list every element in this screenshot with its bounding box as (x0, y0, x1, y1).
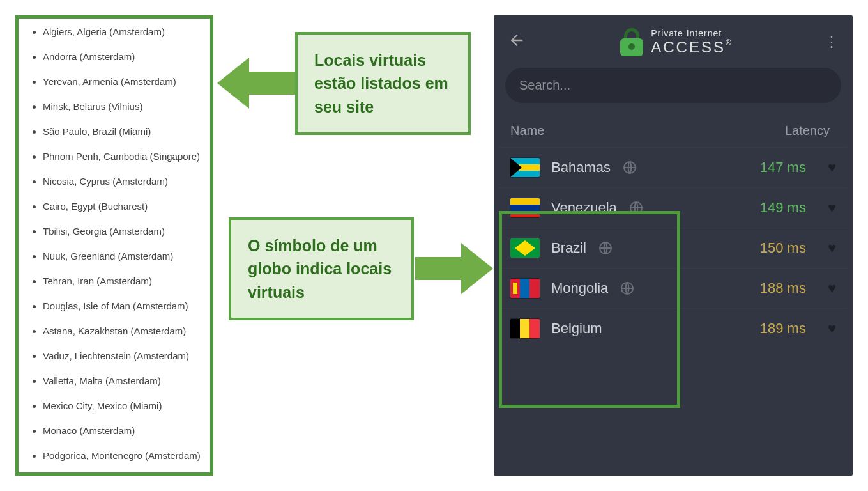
flag-bahamas-icon (510, 158, 540, 177)
list-item: Phnom Penh, Cambodia (Singapore) (43, 150, 202, 163)
list-item: Nuuk, Greenland (Amsterdam) (43, 249, 202, 263)
back-button[interactable] (508, 31, 526, 54)
server-latency: 147 ms (760, 159, 806, 176)
pia-app-panel: Private Internet ACCESS® ⋮ Search... Nam… (494, 15, 853, 476)
server-row-mongolia[interactable]: Mongolia 188 ms ♥ (499, 268, 848, 308)
col-name-header[interactable]: Name (510, 123, 544, 138)
server-name: Mongolia (551, 280, 608, 297)
flag-belgium-icon (510, 319, 540, 338)
brand-registered: ® (726, 38, 731, 47)
list-item: Monaco (Amsterdam) (43, 424, 202, 437)
server-latency: 149 ms (760, 199, 806, 216)
list-item: Rabat, Morocco (Amsterdam) (43, 474, 202, 476)
flag-mongolia-icon (510, 279, 540, 298)
favorite-button[interactable]: ♥ (828, 280, 836, 297)
favorite-button[interactable]: ♥ (828, 240, 836, 256)
page: Algiers, Algeria (Amsterdam) Andorra (Am… (0, 0, 868, 491)
server-list: Bahamas 147 ms ♥ Venezuela 149 ms ♥ Braz… (494, 147, 853, 348)
server-latency: 150 ms (760, 240, 806, 256)
favorite-button[interactable]: ♥ (828, 199, 836, 216)
column-headers: Name Latency (494, 109, 853, 147)
list-item: Nicosia, Cyprus (Amsterdam) (43, 175, 202, 188)
server-latency: 189 ms (760, 320, 806, 337)
server-name: Belgium (551, 320, 602, 337)
list-item: Podgorica, Montenegro (Amsterdam) (43, 449, 202, 462)
server-name: Venezuela (551, 199, 617, 216)
server-name: Brazil (551, 240, 586, 256)
brand-line1: Private Internet (651, 28, 731, 38)
globe-icon (628, 200, 644, 215)
virtual-locations-list-box: Algiers, Algeria (Amsterdam) Andorra (Am… (15, 15, 213, 476)
list-item: Tehran, Iran (Amsterdam) (43, 274, 202, 288)
list-item: Vaduz, Liechtenstein (Amsterdam) (43, 349, 202, 362)
callout-virtual-locations: Locais virtuais estão listados em seu si… (295, 32, 471, 135)
list-item: Algiers, Algeria (Amsterdam) (43, 25, 202, 38)
app-header: Private Internet ACCESS® ⋮ (494, 15, 853, 68)
more-menu-button[interactable]: ⋮ (825, 40, 839, 44)
list-item: Tbilisi, Georgia (Amsterdam) (43, 224, 202, 238)
globe-icon (598, 240, 613, 256)
favorite-button[interactable]: ♥ (828, 159, 836, 176)
favorite-button[interactable]: ♥ (828, 320, 836, 337)
list-item: Yerevan, Armenia (Amsterdam) (43, 75, 202, 88)
more-dots-icon: ⋮ (825, 40, 839, 44)
brand-text: Private Internet ACCESS® (651, 28, 731, 56)
list-item: Cairo, Egypt (Bucharest) (43, 199, 202, 213)
list-item: Mexico City, Mexico (Miami) (43, 399, 202, 412)
list-item: Andorra (Amsterdam) (43, 50, 202, 63)
server-name: Bahamas (551, 159, 611, 176)
server-row-bahamas[interactable]: Bahamas 147 ms ♥ (499, 147, 848, 187)
callout-globe-symbol: O símbolo de um globo indica locais virt… (229, 217, 414, 320)
flag-brazil-icon (510, 238, 540, 258)
brand-line2: ACCESS (651, 38, 726, 56)
arrow-right-icon (415, 243, 493, 294)
server-latency: 188 ms (760, 280, 806, 297)
server-row-venezuela[interactable]: Venezuela 149 ms ♥ (499, 187, 848, 228)
list-item: Valletta, Malta (Amsterdam) (43, 374, 202, 387)
arrow-left-icon (217, 58, 295, 109)
lock-icon (619, 28, 644, 56)
server-row-brazil[interactable]: Brazil 150 ms ♥ (499, 228, 848, 268)
globe-icon (622, 160, 637, 175)
brand-logo: Private Internet ACCESS® (619, 28, 731, 56)
globe-icon (620, 281, 635, 296)
server-row-belgium[interactable]: Belgium 189 ms ♥ (499, 308, 848, 348)
list-item: Astana, Kazakhstan (Amsterdam) (43, 324, 202, 338)
arrow-back-icon (508, 31, 526, 49)
col-latency-header[interactable]: Latency (785, 123, 830, 138)
search-wrap: Search... (494, 68, 853, 109)
search-input[interactable]: Search... (505, 68, 841, 103)
flag-venezuela-icon (510, 198, 540, 217)
virtual-locations-list: Algiers, Algeria (Amsterdam) Andorra (Am… (31, 25, 202, 476)
list-item: Minsk, Belarus (Vilnius) (43, 100, 202, 113)
list-item: Douglas, Isle of Man (Amsterdam) (43, 299, 202, 313)
list-item: São Paulo, Brazil (Miami) (43, 125, 202, 138)
